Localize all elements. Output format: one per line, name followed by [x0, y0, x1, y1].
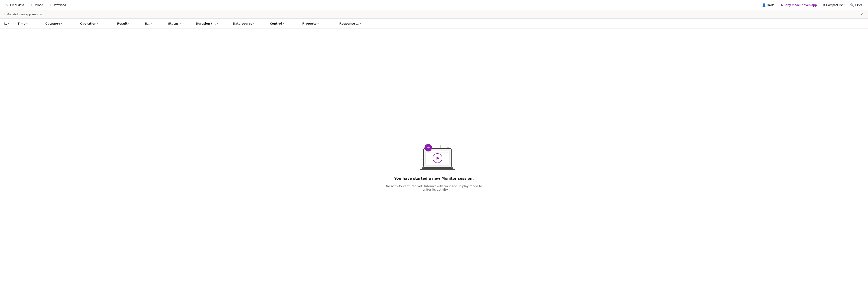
upload-icon: ↑	[31, 3, 32, 7]
chevron-down-icon: ▾	[283, 23, 284, 25]
upload-label: Upload	[34, 3, 43, 7]
play-icon: ▶	[781, 3, 783, 7]
empty-state-title: You have started a new Monitor session.	[394, 177, 474, 181]
empty-state: + — — +	[376, 127, 492, 200]
chevron-down-icon: ▾	[217, 23, 218, 25]
col-duration-label: Duration (...	[196, 22, 216, 25]
col-header-property[interactable]: Property ▾	[301, 19, 338, 29]
col-category-label: Category	[45, 22, 60, 25]
chevron-down-icon: ▾	[361, 23, 362, 25]
invite-button[interactable]: 👤 Invite	[760, 2, 777, 8]
column-headers: I.. ▾ Time ▾ Category ▾ Operation ▾ Resu…	[0, 19, 868, 29]
clear-data-button[interactable]: ✕ Clear data	[4, 2, 26, 8]
col-header-duration[interactable]: Duration (... ▾	[194, 19, 231, 29]
col-r-label: R...	[145, 22, 151, 25]
chevron-down-icon: ▾	[843, 4, 845, 6]
col-result-label: Result	[117, 22, 128, 25]
compact-list-label: Compact list	[826, 3, 843, 7]
person-icon: 👤	[762, 3, 766, 7]
col-control-label: Control	[270, 22, 282, 25]
clear-data-label: Clear data	[10, 3, 24, 7]
col-datasource-label: Data source	[233, 22, 252, 25]
chevron-down-icon: ▾	[180, 23, 181, 25]
chevron-down-icon: ▾	[97, 23, 98, 25]
col-header-time[interactable]: Time ▾	[16, 19, 43, 29]
breadcrumb-bar: ℹ Model-driven app session ×	[0, 10, 868, 19]
chevron-down-icon: ▾	[61, 23, 62, 25]
toolbar-right: 👤 Invite ▶ Play model-driven app ≡ Compa…	[760, 2, 864, 8]
download-button[interactable]: ↓ Download	[47, 2, 68, 8]
col-header-r[interactable]: R... ▾	[143, 19, 166, 29]
col-operation-label: Operation	[80, 22, 96, 25]
compact-list-button[interactable]: ≡ Compact list ▾	[821, 2, 847, 8]
breadcrumb: ℹ Model-driven app session	[4, 13, 42, 16]
col-time-label: Time	[18, 22, 26, 25]
breadcrumb-label: Model-driven app session	[7, 13, 42, 16]
list-icon: ≡	[823, 3, 825, 7]
col-header-operation[interactable]: Operation ▾	[78, 19, 115, 29]
filter-icon: 🔍	[850, 3, 854, 7]
chevron-down-icon: ▾	[26, 23, 28, 25]
chevron-down-icon: ▾	[8, 23, 9, 25]
col-id-label: I..	[4, 22, 7, 25]
col-header-category[interactable]: Category ▾	[43, 19, 78, 29]
upload-button[interactable]: ↑ Upload	[28, 2, 45, 8]
col-response-label: Response ...	[339, 22, 360, 25]
download-label: Download	[53, 3, 66, 7]
col-header-control[interactable]: Control ▾	[268, 19, 301, 29]
empty-state-subtitle: No activity captured yet. Interact with …	[385, 184, 483, 191]
close-icon: ✕	[6, 3, 9, 7]
close-session-button[interactable]: ×	[859, 12, 864, 17]
toolbar-left: ✕ Clear data ↑ Upload ↓ Download	[4, 2, 760, 8]
toolbar: ✕ Clear data ↑ Upload ↓ Download 👤 Invit…	[0, 0, 868, 10]
play-model-driven-button[interactable]: ▶ Play model-driven app	[778, 2, 820, 8]
info-icon: ℹ	[4, 13, 5, 16]
download-icon: ↓	[50, 3, 51, 7]
chevron-down-icon: ▾	[253, 23, 255, 25]
col-header-datasource[interactable]: Data source ▾	[231, 19, 268, 29]
monitor-illustration: + — — +	[411, 136, 457, 173]
play-model-label: Play model-driven app	[785, 3, 817, 7]
filter-button[interactable]: 🔍 Filter	[848, 2, 864, 8]
invite-label: Invite	[767, 3, 774, 7]
col-header-result[interactable]: Result ▾	[115, 19, 143, 29]
col-header-status[interactable]: Status ▾	[166, 19, 194, 29]
svg-text:—: —	[421, 158, 423, 161]
col-header-response[interactable]: Response ... ▾	[338, 19, 384, 29]
chevron-down-icon: ▾	[151, 23, 153, 25]
col-property-label: Property	[302, 22, 317, 25]
main-content: + — — +	[0, 29, 868, 298]
filter-label: Filter	[855, 3, 862, 7]
svg-text:+: +	[426, 145, 430, 150]
svg-rect-15	[420, 169, 455, 170]
chevron-down-icon: ▾	[317, 23, 319, 25]
chevron-down-icon: ▾	[128, 23, 130, 25]
col-status-label: Status	[168, 22, 179, 25]
col-header-id[interactable]: I.. ▾	[2, 19, 16, 29]
